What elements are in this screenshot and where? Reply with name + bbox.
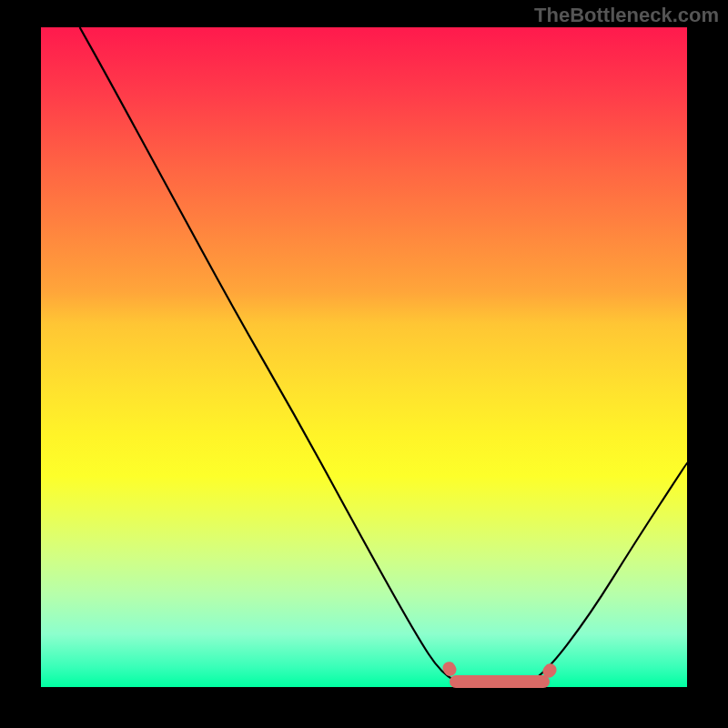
bottleneck-curve xyxy=(80,27,687,687)
watermark-text: TheBottleneck.com xyxy=(534,4,719,27)
chart-plot-area xyxy=(41,27,687,687)
curve-svg xyxy=(41,27,687,687)
highlight-segment-flat xyxy=(450,675,550,688)
